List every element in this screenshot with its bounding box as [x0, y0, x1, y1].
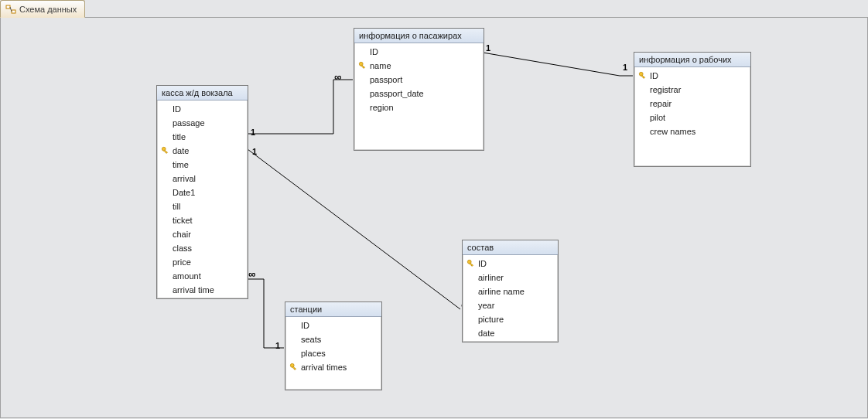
key-icon [160, 243, 171, 254]
field-row[interactable]: ID [285, 319, 381, 332]
key-icon [637, 112, 648, 123]
field-label: date [478, 327, 494, 339]
key-icon [289, 320, 299, 331]
field-label: passport_date [370, 87, 424, 100]
tab-label: Схема данных [19, 5, 77, 14]
field-label: year [478, 299, 494, 312]
key-icon [160, 187, 171, 198]
field-row[interactable]: ID [157, 102, 248, 116]
field-row[interactable]: class [157, 241, 248, 255]
field-row[interactable]: pilot [634, 111, 750, 124]
field-label: title [173, 131, 186, 143]
rel-pass-work-left: 1 [486, 43, 490, 53]
field-row[interactable]: date [463, 326, 558, 340]
field-row[interactable]: time [157, 158, 248, 172]
key-icon [637, 98, 648, 109]
svg-rect-1 [12, 10, 15, 13]
field-row[interactable]: registrar [634, 83, 750, 97]
field-row[interactable]: ID [463, 257, 558, 271]
field-row[interactable]: name [354, 59, 484, 73]
field-row[interactable]: crew names [634, 124, 750, 138]
field-label: region [370, 101, 394, 114]
field-row[interactable]: amount [157, 269, 248, 283]
svg-rect-0 [6, 5, 10, 9]
field-label: till [173, 200, 180, 213]
field-row[interactable]: region [354, 100, 484, 114]
field-row[interactable]: title [157, 130, 248, 144]
field-label: amount [173, 270, 201, 282]
key-icon [160, 159, 171, 170]
key-icon [160, 257, 171, 267]
field-label: arrival [173, 172, 196, 185]
field-label: pilot [650, 111, 665, 124]
field-row[interactable]: places [285, 346, 381, 360]
key-icon [160, 215, 171, 226]
key-icon [466, 286, 477, 297]
tab-schema[interactable]: Схема данных [0, 0, 85, 18]
key-icon [466, 328, 477, 339]
field-row[interactable]: passport [354, 73, 484, 87]
field-row[interactable]: seats [285, 332, 381, 346]
table-title[interactable]: информация о рабочих [634, 53, 750, 67]
key-icon [466, 258, 477, 269]
field-label: ticket [173, 214, 193, 227]
field-label: ID [650, 70, 658, 82]
table-fields: IDregistrarrepairpilotcrew names [634, 67, 750, 140]
rel-kassa-sostav-left: 1 [252, 147, 257, 156]
field-row[interactable]: ID [354, 45, 484, 59]
tab-bar: Схема данных [0, 0, 868, 18]
field-label: arrival times [301, 361, 347, 373]
key-icon [357, 60, 368, 71]
field-row[interactable]: price [157, 255, 248, 269]
table-workers[interactable]: информация о рабочих IDregistrarrepairpi… [634, 52, 751, 167]
key-icon [160, 118, 171, 128]
field-row[interactable]: picture [463, 312, 558, 326]
table-title[interactable]: информация о пасажирах [354, 29, 484, 43]
rel-kassa-pass-left: 1 [251, 128, 255, 137]
field-row[interactable]: year [463, 298, 558, 312]
field-label: picture [478, 313, 504, 325]
diagram-canvas[interactable]: 1 ∞ 1 1 ∞ 1 1 ∞ касса ж/д вокзала IDpass… [0, 18, 868, 418]
key-icon [289, 334, 299, 345]
table-stations[interactable]: станции IDseatsplacesarrival times [285, 301, 382, 390]
field-row[interactable]: arrival times [285, 360, 381, 374]
field-row[interactable]: airliner [463, 271, 558, 284]
field-row[interactable]: chair [157, 227, 248, 241]
field-row[interactable]: arrival time [157, 283, 248, 297]
field-row[interactable]: repair [634, 97, 750, 111]
svg-line-2 [10, 7, 12, 12]
table-fields: IDnamepassportpassport_dateregion [354, 43, 484, 116]
field-row[interactable]: passport_date [354, 87, 484, 100]
key-icon [466, 272, 477, 283]
key-icon [466, 314, 477, 325]
key-icon [160, 131, 171, 142]
table-passengers[interactable]: информация о пасажирах IDnamepassportpas… [354, 28, 484, 151]
field-row[interactable]: till [157, 199, 248, 213]
table-title[interactable]: касса ж/д вокзала [157, 86, 248, 100]
field-label: ID [301, 319, 309, 332]
field-label: arrival time [173, 284, 214, 296]
field-row[interactable]: date [157, 144, 248, 158]
table-sostav[interactable]: состав IDairlinerairline nameyearpicture… [462, 240, 559, 342]
field-row[interactable]: passage [157, 116, 248, 130]
field-row[interactable]: Date1 [157, 186, 248, 199]
table-title[interactable]: станции [285, 302, 381, 317]
key-icon [357, 46, 368, 57]
field-label: ID [478, 257, 487, 270]
field-label: date [173, 145, 189, 157]
rel-kassa-stations-left: ∞ [248, 268, 255, 280]
key-icon [357, 74, 368, 85]
table-kassa[interactable]: касса ж/д вокзала IDpassagetitledatetime… [156, 85, 248, 299]
field-row[interactable]: arrival [157, 172, 248, 186]
key-icon [160, 104, 171, 114]
field-row[interactable]: ID [634, 69, 750, 83]
key-icon [160, 284, 171, 295]
field-label: seats [301, 333, 321, 346]
table-title[interactable]: состав [463, 240, 558, 255]
key-icon [289, 362, 299, 373]
field-label: places [301, 347, 326, 359]
key-icon [637, 126, 648, 137]
field-row[interactable]: ticket [157, 213, 248, 227]
field-label: airliner [478, 271, 504, 284]
field-row[interactable]: airline name [463, 284, 558, 298]
